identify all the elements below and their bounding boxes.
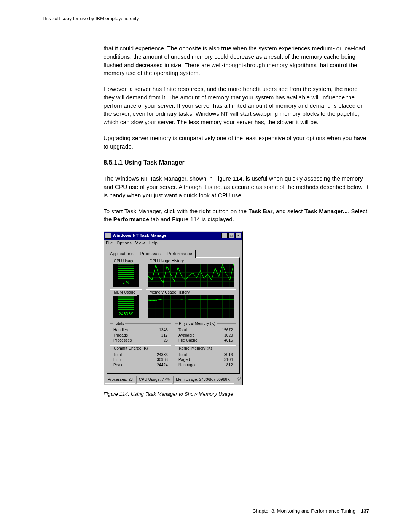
header-confidential-note: This soft copy for use by IBM employees … — [42, 16, 369, 21]
group-label: Kernel Memory (K) — [178, 346, 213, 351]
physmem-cache: 4616 — [224, 338, 233, 343]
tab-performance[interactable]: Performance — [164, 250, 196, 258]
cpu-usage-value: 77% — [123, 280, 130, 286]
group-label: CPU Usage — [113, 259, 136, 264]
physmem-available: 1020 — [224, 333, 233, 338]
menu-view[interactable]: View — [135, 240, 145, 246]
cpu-usage-meter: 77% — [113, 264, 139, 287]
menu-file[interactable]: File — [106, 240, 113, 246]
tab-bar: Applications Processes Performance — [104, 247, 242, 257]
mem-usage-group: MEM Usage 24336K — [110, 292, 142, 321]
body-paragraph: However, a server has finite resources, … — [104, 85, 369, 126]
statusbar: Processes: 23 CPU Usage: 77% Mem Usage: … — [104, 375, 242, 385]
body-paragraph: The Windows NT Task Manager, shown in Fi… — [104, 174, 369, 199]
mem-usage-value: 24336K — [119, 312, 133, 317]
kernel-memory-group: Kernel Memory (K) Total3916 Paged3104 No… — [175, 348, 236, 371]
status-mem: Mem Usage: 24336K / 30968K — [173, 376, 234, 384]
page-footer: Chapter 8. Monitoring and Performance Tu… — [252, 508, 369, 514]
physical-memory-group: Physical Memory (K) Total15672 Available… — [175, 323, 236, 346]
commit-total: 24336 — [157, 352, 168, 358]
kernel-total: 3916 — [224, 352, 233, 358]
group-label: MEM Usage — [113, 290, 137, 296]
window-title: Windows NT Task Manager — [113, 233, 221, 239]
commit-limit: 30968 — [157, 357, 168, 363]
body-paragraph: To start Task Manager, click with the ri… — [104, 207, 369, 224]
menu-help[interactable]: Help — [148, 240, 157, 246]
commit-charge-group: Commit Charge (K) Total24336 Limit30968 … — [110, 348, 171, 371]
physmem-total: 15672 — [222, 328, 233, 333]
maximize-button[interactable]: □ — [228, 233, 234, 238]
performance-panel: CPU Usage 77% CPU Usage Hist — [107, 257, 240, 374]
group-label: Commit Charge (K) — [113, 346, 149, 351]
mem-history-chart — [148, 295, 234, 318]
group-label: Totals — [113, 321, 125, 327]
totals-handles: 1343 — [159, 328, 168, 333]
cpu-history-chart — [148, 264, 234, 287]
cpu-history-group: CPU Usage History — [146, 261, 236, 290]
tab-processes[interactable]: Processes — [137, 250, 164, 258]
commit-peak: 24424 — [157, 363, 168, 368]
resize-grip-icon[interactable] — [235, 376, 241, 382]
menubar: File Options View Help — [104, 240, 242, 247]
task-manager-window: Windows NT Task Manager _ □ × File Optio… — [104, 231, 243, 385]
menu-options[interactable]: Options — [117, 240, 132, 246]
app-icon — [105, 233, 111, 239]
status-cpu: CPU Usage: 77% — [136, 376, 172, 384]
titlebar[interactable]: Windows NT Task Manager _ □ × — [104, 232, 242, 240]
body-paragraph: that it could experience. The opposite i… — [104, 44, 369, 77]
group-label: Physical Memory (K) — [178, 321, 217, 327]
kernel-nonpaged: 812 — [226, 363, 233, 368]
mem-usage-meter: 24336K — [113, 295, 139, 318]
tab-applications[interactable]: Applications — [107, 250, 137, 258]
close-button[interactable]: × — [235, 233, 241, 238]
totals-processes: 23 — [163, 338, 168, 343]
section-heading: 8.5.1.1 Using Task Manager — [104, 158, 369, 167]
mem-history-group: Memory Usage History — [146, 292, 236, 321]
status-processes: Processes: 23 — [105, 376, 135, 384]
totals-threads: 117 — [161, 333, 168, 338]
minimize-button[interactable]: _ — [221, 233, 228, 238]
kernel-paged: 3104 — [224, 357, 233, 363]
totals-group: Totals Handles1343 Threads117 Processes2… — [110, 323, 171, 346]
cpu-usage-group: CPU Usage 77% — [110, 261, 142, 290]
figure-caption: Figure 114. Using Task Manager to Show M… — [104, 391, 369, 398]
body-paragraph: Upgrading server memory is comparatively… — [104, 134, 369, 151]
